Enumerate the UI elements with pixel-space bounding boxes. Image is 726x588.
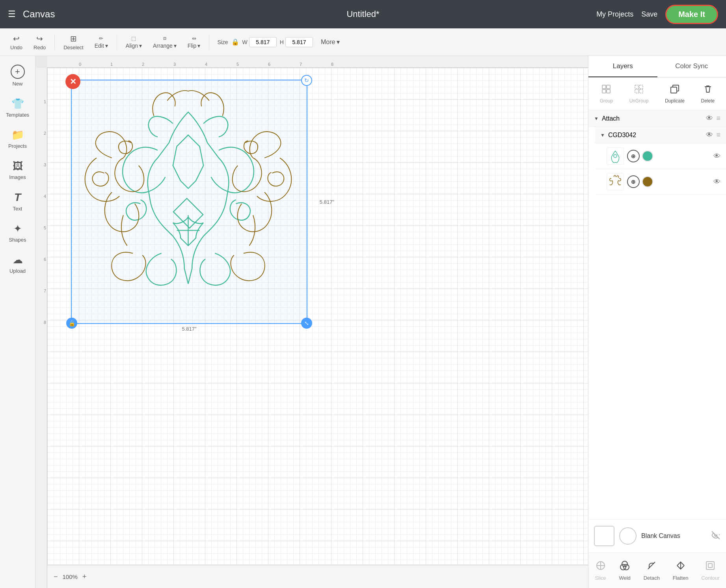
selection-box[interactable]: 🔒 ↻ 🔒 ⤡ 5.817" 5.817" [71, 80, 307, 324]
handle-bottom-left[interactable]: 🔒 [66, 318, 77, 329]
my-projects-button[interactable]: My Projects [596, 10, 633, 19]
sidebar-item-new[interactable]: + New [0, 60, 35, 91]
edit-icon: ✏ [99, 35, 103, 41]
attach-menu-icon[interactable]: ≡ [716, 114, 720, 123]
toolbar-divider-3 [209, 34, 209, 50]
flatten-button[interactable]: Flatten [668, 557, 693, 584]
slice-icon [595, 560, 606, 573]
contour-button[interactable]: Contour [696, 557, 724, 584]
layer-1-color-swatch[interactable] [642, 151, 653, 162]
flip-button[interactable]: ⇔ Flip ▾ [184, 33, 205, 51]
toolbar: ↩ Undo ↪ Redo ⊞ Deselect ✏ Edit ▾ ⬚ Alig… [0, 28, 726, 56]
align-chevron-icon: ▾ [139, 43, 142, 49]
handle-bottom-right[interactable]: ⤡ [301, 318, 312, 329]
align-button[interactable]: ⬚ Align ▾ [122, 33, 146, 51]
layer-2-mode-icon[interactable]: ⊕ [627, 175, 640, 188]
attach-visibility-icon[interactable]: 👁 [706, 114, 713, 123]
panel-tabs: Layers Color Sync [588, 56, 726, 78]
canvas-area[interactable]: 0 1 2 3 4 5 6 7 8 1 2 3 4 5 6 7 8 🔒 ↻ [35, 56, 588, 588]
height-input[interactable] [285, 37, 313, 47]
detach-button[interactable]: Detach [639, 557, 665, 584]
delete-button[interactable]: Delete [699, 82, 717, 106]
dimension-height-label: 5.817" [320, 199, 334, 205]
undo-icon: ↩ [13, 34, 20, 43]
zoom-level: 100% [63, 573, 78, 580]
sidebar-item-templates[interactable]: 👕 Templates [0, 93, 35, 123]
zoom-out-button[interactable]: − [54, 573, 58, 581]
svg-rect-17 [706, 562, 714, 569]
detach-icon [646, 560, 657, 573]
svg-point-15 [622, 561, 627, 567]
blank-canvas-circle [619, 527, 637, 545]
subgroup-cgd3042: ▼ CGD3042 👁 ≡ [588, 127, 726, 195]
layer-item-1[interactable]: ⊕ 👁 [595, 143, 726, 169]
layer-1-controls: ⊕ [627, 150, 653, 162]
layer-2-visibility-icon[interactable]: 👁 [713, 178, 720, 186]
width-input[interactable] [249, 37, 277, 47]
save-button[interactable]: Save [641, 10, 657, 19]
sidebar-item-upload[interactable]: ☁ Upload [0, 249, 35, 279]
align-icon: ⬚ [131, 35, 136, 41]
tab-color-sync[interactable]: Color Sync [657, 56, 726, 77]
arrange-button[interactable]: ⧈ Arrange ▾ [149, 33, 181, 51]
deselect-button[interactable]: ⊞ Deselect [60, 32, 87, 53]
blank-canvas-section: Blank Canvas [588, 519, 726, 553]
ungroup-icon [634, 84, 644, 97]
svg-rect-5 [635, 85, 639, 89]
sidebar-item-images[interactable]: 🖼 Images [0, 155, 35, 185]
layer-1-visibility-icon[interactable]: 👁 [713, 152, 720, 160]
svg-rect-7 [635, 89, 639, 93]
redo-icon: ↪ [36, 34, 43, 43]
layer-group-attach-header[interactable]: ▼ Attach 👁 ≡ [588, 110, 726, 127]
height-input-group: H [280, 37, 313, 47]
layer-1-mode-icon[interactable]: ⊕ [627, 150, 640, 162]
ungroup-button[interactable]: UnGroup [627, 82, 651, 106]
edit-button[interactable]: ✏ Edit ▾ [91, 33, 112, 51]
more-chevron-icon: ▾ [337, 38, 340, 46]
templates-icon: 👕 [11, 98, 24, 110]
blank-canvas-hide-icon[interactable] [711, 530, 720, 542]
zoom-in-button[interactable]: + [82, 573, 87, 581]
ruler-horizontal: 0 1 2 3 4 5 6 7 8 [47, 56, 588, 68]
flip-icon: ⇔ [192, 35, 196, 41]
duplicate-button[interactable]: Duplicate [663, 82, 687, 106]
arrange-icon: ⧈ [163, 35, 166, 41]
undo-button[interactable]: ↩ Undo [6, 32, 26, 53]
weld-button[interactable]: Weld [614, 557, 635, 584]
attach-arrow-icon: ▼ [594, 116, 599, 121]
sidebar-item-shapes[interactable]: ✦ Shapes [0, 218, 35, 247]
sidebar-item-text[interactable]: T Text [0, 186, 35, 216]
sidebar-item-projects[interactable]: 📁 Projects [0, 124, 35, 154]
size-lock-icon[interactable]: 🔒 [231, 38, 239, 46]
flatten-icon [675, 560, 686, 573]
svg-rect-6 [639, 85, 643, 89]
layer-2-color-swatch[interactable] [642, 176, 653, 187]
delete-selection-button[interactable]: ✕ [65, 74, 80, 89]
text-icon: T [14, 191, 21, 204]
redo-button[interactable]: ↪ Redo [30, 32, 50, 53]
handle-top-right[interactable]: ↻ [301, 75, 312, 86]
layer-item-2[interactable]: ⊕ 👁 [595, 169, 726, 195]
make-it-button[interactable]: Make It [665, 5, 718, 24]
images-icon: 🖼 [13, 160, 23, 172]
layer-actions: Group UnGroup [588, 78, 726, 110]
new-icon: + [11, 65, 25, 79]
top-header: ☰ Canvas Untitled* My Projects Save Make… [0, 0, 726, 28]
cgd3042-visibility-icon[interactable]: 👁 [706, 131, 713, 139]
delete-icon [703, 84, 713, 97]
width-input-group: W [242, 37, 277, 47]
slice-button[interactable]: Slice [590, 557, 611, 584]
toolbar-divider-1 [54, 34, 55, 50]
arrange-chevron-icon: ▾ [174, 43, 177, 49]
cgd3042-header[interactable]: ▼ CGD3042 👁 ≡ [595, 127, 726, 143]
more-button[interactable]: More ▾ [316, 36, 344, 48]
group-button[interactable]: Group [598, 82, 615, 106]
shapes-icon: ✦ [13, 223, 22, 235]
svg-rect-1 [602, 85, 606, 89]
svg-rect-3 [602, 89, 606, 93]
cgd3042-menu-icon[interactable]: ≡ [716, 131, 720, 139]
menu-icon[interactable]: ☰ [8, 9, 16, 19]
cgd3042-arrow-icon: ▼ [600, 132, 605, 138]
deselect-icon: ⊞ [70, 34, 77, 43]
tab-layers[interactable]: Layers [588, 56, 657, 77]
